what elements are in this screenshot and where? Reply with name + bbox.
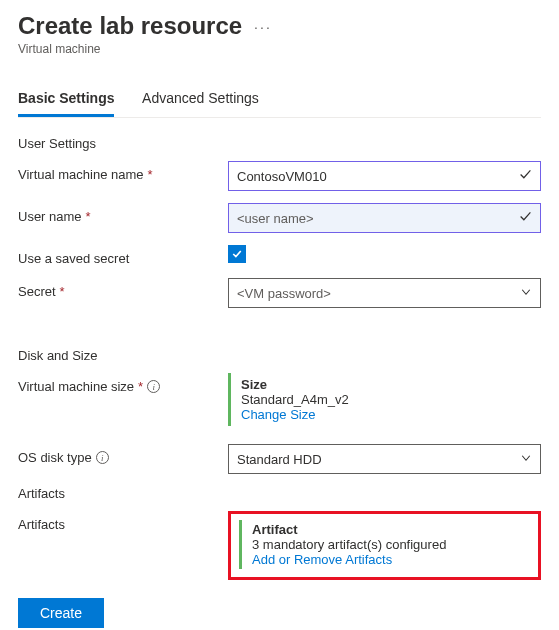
- vm-name-label: Virtual machine name: [18, 167, 144, 182]
- artifact-heading: Artifact: [252, 522, 530, 537]
- user-name-label: User name: [18, 209, 82, 224]
- user-name-input[interactable]: <user name>: [228, 203, 541, 233]
- artifacts-block: Artifact 3 mandatory artifact(s) configu…: [239, 520, 530, 569]
- tab-advanced-settings[interactable]: Advanced Settings: [142, 84, 259, 114]
- page-title: Create lab resource: [18, 12, 242, 40]
- os-disk-value: Standard HDD: [237, 452, 322, 467]
- section-artifacts: Artifacts: [18, 486, 541, 501]
- change-size-link[interactable]: Change Size: [241, 407, 541, 422]
- vm-size-value: Standard_A4m_v2: [241, 392, 541, 407]
- add-remove-artifacts-link[interactable]: Add or Remove Artifacts: [252, 552, 530, 567]
- vm-size-block: Size Standard_A4m_v2 Change Size: [228, 373, 541, 426]
- artifact-summary: 3 mandatory artifact(s) configured: [252, 537, 530, 552]
- required-indicator: *: [148, 167, 153, 182]
- vm-name-input[interactable]: ContosoVM010: [228, 161, 541, 191]
- chevron-down-icon: [520, 286, 532, 301]
- os-disk-dropdown[interactable]: Standard HDD: [228, 444, 541, 474]
- required-indicator: *: [60, 284, 65, 299]
- info-icon[interactable]: i: [96, 451, 109, 464]
- section-user-settings: User Settings: [18, 136, 541, 151]
- secret-label: Secret: [18, 284, 56, 299]
- more-icon[interactable]: ···: [254, 19, 272, 35]
- artifacts-label: Artifacts: [18, 517, 65, 532]
- check-icon: [519, 168, 532, 184]
- os-disk-label: OS disk type: [18, 450, 92, 465]
- vm-name-value: ContosoVM010: [237, 169, 327, 184]
- required-indicator: *: [138, 379, 143, 394]
- artifacts-highlight-box: Artifact 3 mandatory artifact(s) configu…: [228, 511, 541, 580]
- use-saved-secret-checkbox[interactable]: [228, 245, 246, 263]
- vm-size-heading: Size: [241, 377, 541, 392]
- user-name-placeholder: <user name>: [237, 211, 314, 226]
- section-disk-size: Disk and Size: [18, 348, 541, 363]
- page-subtitle: Virtual machine: [18, 42, 541, 56]
- check-icon: [519, 210, 532, 226]
- required-indicator: *: [86, 209, 91, 224]
- secret-placeholder: <VM password>: [237, 286, 331, 301]
- use-saved-secret-label: Use a saved secret: [18, 251, 129, 266]
- info-icon[interactable]: i: [147, 380, 160, 393]
- tab-basic-settings[interactable]: Basic Settings: [18, 84, 114, 117]
- vm-size-label: Virtual machine size: [18, 379, 134, 394]
- tabs: Basic Settings Advanced Settings: [18, 84, 541, 118]
- secret-dropdown[interactable]: <VM password>: [228, 278, 541, 308]
- create-button[interactable]: Create: [18, 598, 104, 628]
- chevron-down-icon: [520, 452, 532, 467]
